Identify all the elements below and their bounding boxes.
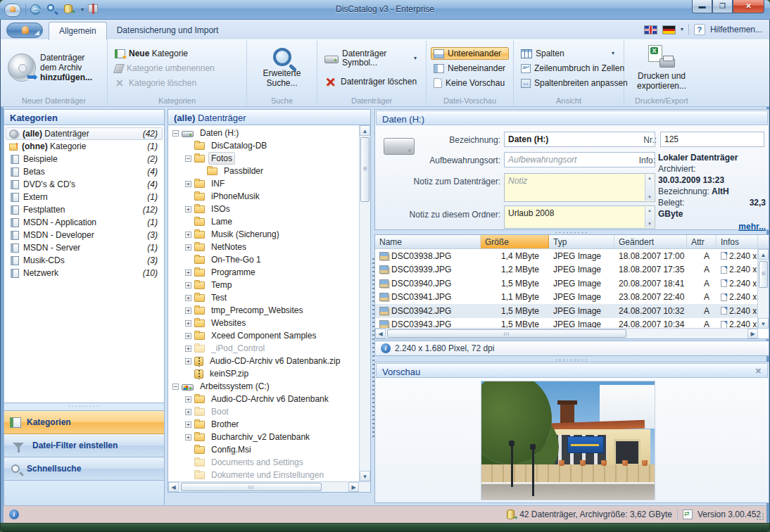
status-info-icon[interactable]: i — [9, 509, 19, 519]
tree-item[interactable]: +NetNotes — [168, 241, 358, 253]
expander-icon[interactable]: + — [185, 206, 191, 213]
column-header[interactable]: Typ — [549, 235, 614, 248]
help-icon[interactable]: ? — [694, 24, 705, 35]
preview-below-button[interactable]: Untereinander — [431, 47, 509, 60]
scroll-up-button[interactable]: ▲ — [360, 125, 370, 136]
category-item[interactable]: Extern(1) — [6, 191, 163, 203]
close-preview-icon[interactable]: ✕ — [755, 367, 762, 377]
tab-allgemein[interactable]: Allgemein — [49, 22, 107, 40]
expander-icon[interactable]: + — [185, 409, 191, 415]
expander-icon[interactable]: + — [185, 320, 191, 327]
tree-item[interactable]: +Brother — [168, 418, 358, 431]
expander-icon[interactable]: + — [185, 422, 191, 428]
category-item[interactable]: MSDN - Server(1) — [6, 241, 163, 254]
tree-item[interactable]: Lame — [168, 215, 358, 228]
delete-category-button[interactable]: Kategorie löschen — [112, 77, 242, 89]
tree-item[interactable]: +Programme — [168, 266, 358, 279]
file-row[interactable]: DSC03939.JPG1,2 MByteJPEG Image18.08.200… — [375, 263, 758, 277]
disc-symbol-button[interactable]: Datenträger Symbol... ▾ — [322, 48, 422, 69]
scroll-left-button[interactable]: ◀ — [168, 482, 179, 492]
tab-datensicherung[interactable]: Datensicherung und Import — [107, 22, 229, 40]
expander-icon[interactable]: + — [185, 282, 191, 289]
tree-item[interactable]: Dokumente und Einstellungen — [168, 469, 358, 481]
tree-item[interactable]: +Audio-CD-Archiv v6 Datenbank.zip — [168, 355, 358, 367]
tree-item[interactable]: iPhoneMusik — [168, 190, 358, 203]
scroll-down-button[interactable]: ▼ — [360, 471, 370, 481]
tree-item[interactable]: Passbilder — [168, 165, 358, 177]
scroll-left-button[interactable]: ◀ — [375, 329, 386, 338]
tree-item[interactable]: −Arbeitssystem (C:) — [168, 380, 358, 393]
expander-icon[interactable]: + — [185, 346, 191, 352]
category-item[interactable]: MSDN - Application(1) — [6, 216, 163, 229]
rename-category-button[interactable]: Kategorie umbenennen — [112, 62, 242, 75]
file-row[interactable]: DSC03941.JPG1,1 MByteJPEG Image23.08.200… — [375, 291, 758, 305]
file-vertical-scrollbar[interactable]: ▲ ▼ — [757, 249, 769, 329]
file-row[interactable]: DSC03943.JPG1,5 MByteJPEG Image24.08.200… — [375, 318, 758, 329]
expander-icon[interactable]: + — [185, 232, 191, 238]
expander-icon[interactable]: + — [185, 434, 191, 441]
note-scroll-buttons[interactable] — [645, 207, 654, 227]
notiz-datentraeger-field[interactable]: Notiz — [504, 173, 655, 202]
tree-item[interactable]: +Xceed Component Samples — [168, 329, 358, 342]
tree-horizontal-scrollbar[interactable]: ◀ ▶ — [168, 481, 370, 492]
scroll-thumb[interactable] — [759, 261, 768, 288]
category-item[interactable]: Betas(4) — [6, 165, 163, 178]
scroll-down-button[interactable]: ▼ — [758, 318, 769, 329]
uk-flag-icon[interactable] — [644, 25, 657, 34]
tree-item[interactable]: +INF — [168, 177, 358, 190]
tree-item[interactable]: Config.Msi — [168, 443, 358, 456]
category-item[interactable]: Beispiele(2) — [6, 153, 163, 165]
close-button[interactable]: ✕ — [733, 0, 764, 13]
tree-item[interactable]: +ISOs — [168, 203, 358, 215]
expander-icon[interactable]: + — [185, 295, 191, 301]
category-item[interactable]: Netzwerk(10) — [6, 267, 163, 279]
nav-datei-filter[interactable]: Datei-Filter einstellen — [4, 434, 164, 457]
notiz-ordner-field[interactable]: Urlaub 2008 — [504, 205, 655, 229]
category-item[interactable]: Musik-CDs(3) — [6, 254, 163, 267]
expander-icon[interactable]: + — [185, 270, 191, 276]
tree-item[interactable]: +Musik (Sicherung) — [168, 228, 358, 241]
column-header[interactable]: Geändert — [614, 235, 687, 248]
file-row[interactable]: DSC03942.JPG1,5 MByteJPEG Image24.08.200… — [375, 304, 758, 318]
tree-item[interactable]: +tmp_Precomp_Websites — [168, 304, 358, 317]
note-scroll-buttons[interactable] — [645, 175, 654, 201]
tree-item[interactable]: Documents and Settings — [168, 456, 358, 469]
expander-icon[interactable]: + — [185, 181, 191, 187]
german-flag-icon[interactable] — [662, 25, 676, 34]
resize-grip[interactable] — [756, 512, 764, 521]
file-row[interactable]: DSC03940.JPG1,5 MByteJPEG Image20.08.200… — [375, 277, 758, 291]
sidebar-splitter[interactable]: ········· — [4, 403, 165, 410]
nr-field[interactable]: 125 — [660, 132, 764, 147]
column-header[interactable]: Name — [375, 235, 481, 248]
help-topics-link[interactable]: Hilfethemen... — [710, 25, 762, 34]
language-dropdown-caret[interactable]: ▾ — [681, 27, 683, 32]
category-item[interactable]: Festplatten(12) — [6, 203, 163, 216]
wrap-cells-button[interactable]: Zeilenumbruch in Zellen — [518, 62, 619, 75]
tree-vertical-scrollbar[interactable]: ▲ ▼ — [359, 125, 370, 481]
tree-item[interactable]: +Websites — [168, 317, 358, 329]
tree-item[interactable]: +Temp — [168, 279, 358, 291]
expander-icon[interactable]: + — [185, 333, 191, 339]
expander-icon[interactable]: + — [185, 244, 191, 251]
scroll-thumb[interactable] — [181, 483, 322, 491]
scroll-right-button[interactable]: ▶ — [747, 329, 758, 338]
category-item[interactable]: DVD's & CD's(4) — [6, 178, 163, 191]
new-category-button[interactable]: Neue Kategorie — [112, 47, 242, 60]
tree-item[interactable]: +Bucharchiv_v2 Datenbank — [168, 431, 358, 443]
advanced-search-button[interactable]: ErweiterteSuche... — [251, 43, 313, 92]
column-header[interactable]: Attr — [687, 235, 717, 248]
tree-item[interactable]: keinSP.zip — [168, 367, 358, 380]
category-item[interactable]: (ohne) Kategorie(1) — [6, 140, 163, 153]
expander-icon[interactable]: + — [185, 358, 191, 365]
no-preview-button[interactable]: Keine Vorschau — [431, 77, 509, 89]
column-header[interactable]: Größe — [481, 235, 549, 248]
fit-columns-button[interactable]: Spaltenbreiten anpassen — [518, 77, 619, 89]
tree-item[interactable]: +Audio-CD-Archiv v6 Datenbank — [168, 393, 358, 405]
preview-beside-button[interactable]: Nebeneinander — [431, 62, 509, 75]
nav-kategorien[interactable]: Kategorien — [4, 411, 164, 434]
add-disc-button[interactable]: Datenträger dem Archiv hinzufügen... — [5, 43, 103, 92]
file-row[interactable]: DSC03938.JPG1,4 MByteJPEG Image18.08.200… — [375, 249, 758, 263]
file-horizontal-scrollbar[interactable]: ◀ ▶ — [375, 328, 758, 338]
scroll-up-button[interactable]: ▲ — [758, 249, 769, 260]
tree-item[interactable]: +Boot — [168, 405, 358, 418]
